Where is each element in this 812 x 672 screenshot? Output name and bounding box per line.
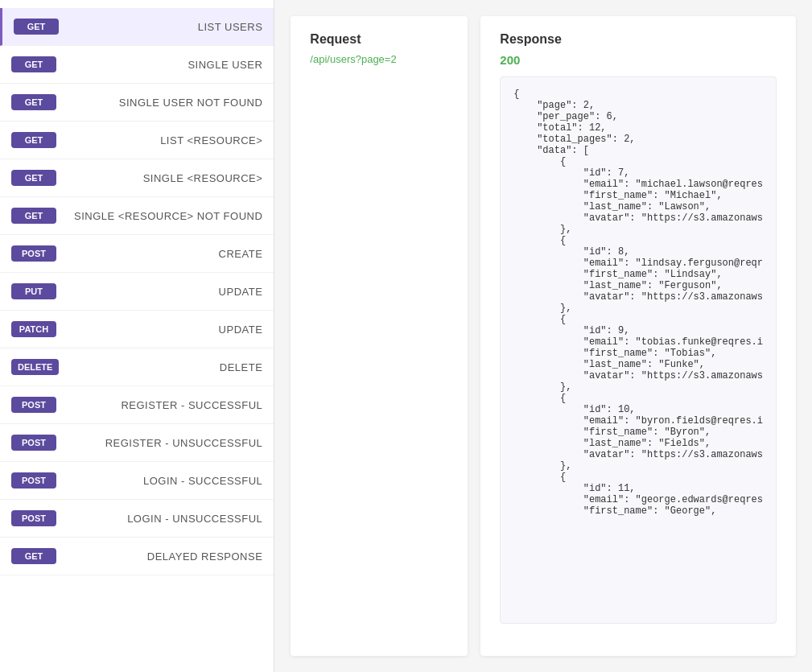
sidebar-item-label-get-single-resource-not-found: SINGLE <RESOURCE> NOT FOUND [66,210,262,222]
request-panel-title: Request [310,32,448,47]
sidebar-item-delete-delete[interactable]: DELETEDELETE [0,348,274,386]
sidebar-item-label-patch-update: UPDATE [66,324,262,336]
sidebar-item-label-delete-delete: DELETE [68,361,262,373]
response-status: 200 [500,53,777,67]
method-badge-post-create: POST [11,245,56,262]
response-panel: Response 200 { "page": 2, "per_page": 6,… [480,16,796,656]
method-badge-delete-delete: DELETE [11,359,59,375]
app-container: GETLIST USERSGETSINGLE USERGETSINGLE USE… [0,0,812,672]
right-panel: Request /api/users?page=2 Response 200 {… [274,0,812,672]
sidebar-item-post-register-unsuccessful[interactable]: POSTREGISTER - UNSUCCESSFUL [0,424,274,462]
sidebar-item-label-get-delayed-response: DELAYED RESPONSE [66,550,262,563]
method-badge-post-login-unsuccessful: POST [11,510,56,526]
sidebar-item-get-single-user-not-found[interactable]: GETSINGLE USER NOT FOUND [0,84,274,122]
method-badge-get-single-resource: GET [11,170,56,186]
sidebar-item-get-single-user[interactable]: GETSINGLE USER [0,46,274,84]
sidebar-item-get-list-users[interactable]: GETLIST USERS [0,8,274,46]
request-url: /api/users?page=2 [310,53,448,65]
sidebar-item-label-post-register-successful: REGISTER - SUCCESSFUL [66,399,262,411]
sidebar-item-put-update[interactable]: PUTUPDATE [0,273,274,311]
method-badge-put-update: PUT [11,283,56,299]
request-panel: Request /api/users?page=2 [291,16,468,656]
sidebar-item-patch-update[interactable]: PATCHUPDATE [0,311,274,348]
method-badge-get-single-resource-not-found: GET [11,208,56,224]
sidebar-item-get-list-resource[interactable]: GETLIST <RESOURCE> [0,122,274,159]
method-badge-post-login-successful: POST [11,472,56,489]
sidebar-item-label-get-single-resource: SINGLE <RESOURCE> [66,172,262,184]
sidebar-item-post-login-successful[interactable]: POSTLOGIN - SUCCESSFUL [0,462,274,500]
sidebar-item-label-get-single-user-not-found: SINGLE USER NOT FOUND [66,97,262,109]
method-badge-post-register-successful: POST [11,397,56,413]
method-badge-post-register-unsuccessful: POST [11,435,56,451]
response-panel-title: Response [500,32,777,47]
sidebar-item-post-create[interactable]: POSTCREATE [0,235,274,273]
sidebar-item-label-put-update: UPDATE [66,286,262,298]
method-badge-get-list-users: GET [14,19,59,35]
sidebar-item-get-single-resource[interactable]: GETSINGLE <RESOURCE> [0,159,274,197]
method-badge-get-single-user-not-found: GET [11,94,56,110]
sidebar-item-label-get-list-resource: LIST <RESOURCE> [66,134,262,146]
sidebar-item-label-get-single-user: SINGLE USER [66,59,262,71]
response-body[interactable]: { "page": 2, "per_page": 6, "total": 12,… [500,76,777,624]
sidebar-item-label-post-create: CREATE [66,248,262,260]
sidebar-item-post-login-unsuccessful[interactable]: POSTLOGIN - UNSUCCESSFUL [0,500,274,538]
sidebar-item-get-single-resource-not-found[interactable]: GETSINGLE <RESOURCE> NOT FOUND [0,197,274,235]
sidebar-item-get-delayed-response[interactable]: GETDELAYED RESPONSE [0,538,274,575]
sidebar: GETLIST USERSGETSINGLE USERGETSINGLE USE… [0,0,274,672]
sidebar-item-label-post-login-unsuccessful: LOGIN - UNSUCCESSFUL [66,513,262,525]
panels-row: Request /api/users?page=2 Response 200 {… [291,16,796,656]
sidebar-item-label-post-login-successful: LOGIN - SUCCESSFUL [66,475,262,487]
method-badge-get-list-resource: GET [11,132,56,148]
method-badge-get-delayed-response: GET [11,548,56,564]
method-badge-patch-update: PATCH [11,321,56,337]
sidebar-item-label-post-register-unsuccessful: REGISTER - UNSUCCESSFUL [66,437,262,449]
sidebar-item-label-get-list-users: LIST USERS [68,21,262,33]
method-badge-get-single-user: GET [11,56,56,72]
sidebar-item-post-register-successful[interactable]: POSTREGISTER - SUCCESSFUL [0,386,274,424]
